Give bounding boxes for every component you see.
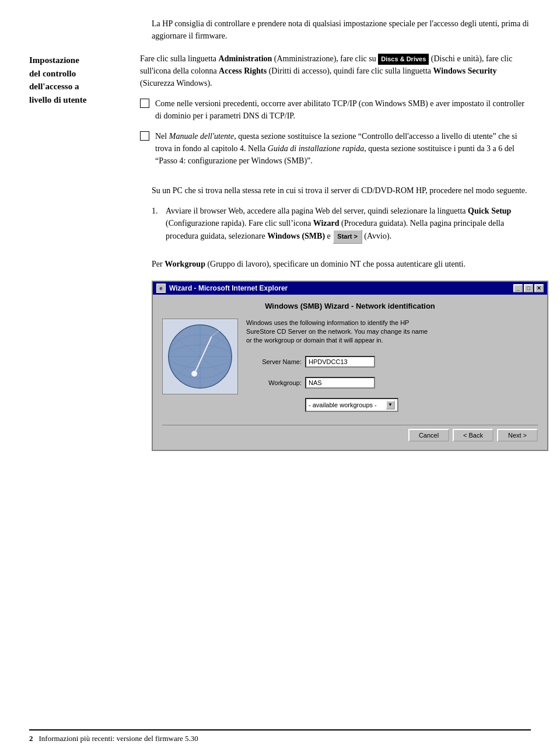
main-content: La HP consiglia di controllare e prender… <box>29 18 531 463</box>
dialog-titlebar-buttons: _ □ ✕ <box>513 284 544 292</box>
numbered-list: 1. Avviare il browser Web, accedere alla… <box>152 205 531 250</box>
maximize-button[interactable]: □ <box>524 284 533 292</box>
admin-paragraph: Fare clic sulla linguetta Administration… <box>140 53 531 89</box>
dialog-description: Windows uses the following information t… <box>246 319 538 345</box>
start-button: Start > <box>332 229 362 244</box>
admin-right-content: Fare clic sulla linguetta Administration… <box>140 53 531 175</box>
workgroup-row: Workgroup: NAS <box>246 377 538 389</box>
workgroup-input[interactable]: NAS <box>305 377 375 389</box>
full-width-text: Su un PC che si trova nella stessa rete … <box>152 184 531 197</box>
back-button[interactable]: < Back <box>453 429 494 442</box>
dialog-app-icon: e <box>156 284 166 293</box>
top-paragraph: La HP consiglia di controllare e prender… <box>152 18 531 42</box>
dialog-title: Wizard - Microsoft Internet Explorer <box>169 284 288 292</box>
close-button[interactable]: ✕ <box>534 284 544 292</box>
footer-page-num: 2 <box>29 734 33 743</box>
dialog-globe-image <box>162 319 238 394</box>
num-text-1: Avviare il browser Web, accedere alla pa… <box>166 205 531 244</box>
page-container: La HP consiglia di controllare e prender… <box>0 0 560 755</box>
num-label-1: 1. <box>152 205 166 244</box>
server-name-input[interactable]: HPDVDCC13 <box>305 356 375 368</box>
workgroup-text: Per Workgroup (Gruppo di lavoro), specif… <box>152 258 531 270</box>
cancel-button[interactable]: Cancel <box>408 429 449 442</box>
dialog-header: Windows (SMB) Wizard - Network identific… <box>162 302 538 310</box>
dialog-container: e Wizard - Microsoft Internet Explorer _… <box>152 281 548 451</box>
left-label: Impostazione del controllo dell'accesso … <box>29 53 140 175</box>
dialog-buttons: Cancel < Back Next > <box>162 425 538 442</box>
bullet-item-2: Nel Manuale dell'utente, questa sezione … <box>140 130 531 167</box>
bullet-text-2: Nel Manuale dell'utente, questa sezione … <box>155 130 531 167</box>
checkbox-icon-2 <box>140 131 149 141</box>
server-name-label: Server Name: <box>246 358 302 365</box>
workgroup-dropdown[interactable]: - available workgroups - ▼ <box>305 398 398 412</box>
dropdown-arrow-icon: ▼ <box>386 400 395 410</box>
numbered-item-1: 1. Avviare il browser Web, accedere alla… <box>152 205 531 244</box>
dialog-body: Windows (SMB) Wizard - Network identific… <box>153 295 547 450</box>
body-section: Impostazione del controllo dell'accesso … <box>29 53 531 175</box>
discs-drives-button: Discs & Drives <box>378 54 429 65</box>
dialog-titlebar: e Wizard - Microsoft Internet Explorer _… <box>153 282 547 295</box>
workgroup-label: Workgroup: <box>246 379 302 386</box>
svg-point-10 <box>191 370 197 376</box>
bullet-text-1: Come nelle versioni precedenti, occorre … <box>155 97 531 122</box>
server-name-row: Server Name: HPDVDCC13 <box>246 356 538 368</box>
bullet-item-1: Come nelle versioni precedenti, occorre … <box>140 97 531 122</box>
dropdown-row: - available workgroups - ▼ <box>246 398 538 412</box>
page-footer: 2 Informazioni più recenti: versione del… <box>29 729 531 743</box>
checkbox-icon-1 <box>140 99 149 108</box>
footer-text: Informazioni più recenti: versione del f… <box>39 734 198 743</box>
next-button[interactable]: Next > <box>497 429 538 442</box>
dialog-titlebar-left: e Wizard - Microsoft Internet Explorer <box>156 284 288 293</box>
minimize-button[interactable]: _ <box>513 284 523 292</box>
dialog-right: Windows uses the following information t… <box>246 319 538 417</box>
dialog-inner: Windows uses the following information t… <box>162 319 538 417</box>
